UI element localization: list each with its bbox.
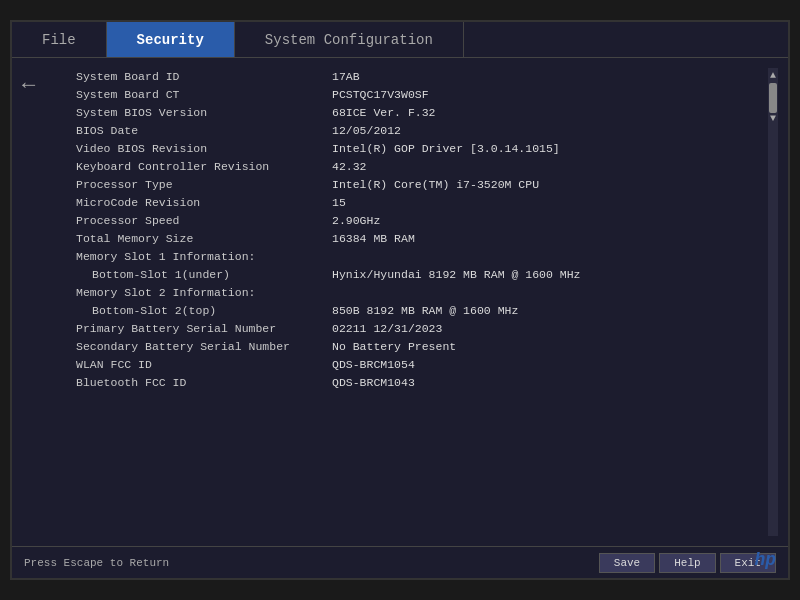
row-value: 02211 12/31/2023 [332,320,768,337]
table-row: Bluetooth FCC IDQDS-BRCM1043 [72,374,768,392]
bottom-bar: Press Escape to Return Save Help Exit [12,546,788,578]
table-row: System BIOS Version68ICE Ver. F.32 [72,104,768,122]
bottom-buttons: Save Help Exit [599,553,776,573]
row-value: QDS-BRCM1054 [332,356,768,373]
row-value: 17AB [332,68,768,85]
table-row: Processor Speed2.90GHz [72,212,768,230]
table-row: Bottom-Slot 2(top)850B 8192 MB RAM @ 160… [72,302,768,320]
row-label: Processor Speed [72,212,332,229]
row-value: 2.90GHz [332,212,768,229]
row-value: PCSTQC17V3W0SF [332,86,768,103]
back-arrow-icon[interactable]: ← [22,73,35,98]
row-label: MicroCode Revision [72,194,332,211]
row-value: 12/05/2012 [332,122,768,139]
row-label: Memory Slot 1 Information: [72,248,332,265]
scrollbar[interactable]: ▲ ▼ [768,68,778,536]
menu-file-label: File [42,32,76,48]
table-row: System Board ID17AB [72,68,768,86]
menu-file[interactable]: File [12,22,107,57]
info-table: System Board ID17ABSystem Board CTPCSTQC… [72,68,768,536]
row-label: Bottom-Slot 2(top) [72,302,332,319]
row-value: QDS-BRCM1043 [332,374,768,391]
row-label: System Board ID [72,68,332,85]
help-button[interactable]: Help [659,553,715,573]
row-value: Intel(R) Core(TM) i7-3520M CPU [332,176,768,193]
scrollbar-arrow-up[interactable]: ▲ [770,70,776,81]
row-label: Secondary Battery Serial Number [72,338,332,355]
row-label: Total Memory Size [72,230,332,247]
back-arrow[interactable]: ← [22,68,72,536]
row-label: Primary Battery Serial Number [72,320,332,337]
row-label: Keyboard Controller Revision [72,158,332,175]
save-button[interactable]: Save [599,553,655,573]
row-value: Intel(R) GOP Driver [3.0.14.1015] [332,140,768,157]
table-row: WLAN FCC IDQDS-BRCM1054 [72,356,768,374]
row-label: Bottom-Slot 1(under) [72,266,332,283]
row-label: System Board CT [72,86,332,103]
hp-logo: hp [754,550,776,570]
table-row: Keyboard Controller Revision42.32 [72,158,768,176]
table-row: System Board CTPCSTQC17V3W0SF [72,86,768,104]
row-label: System BIOS Version [72,104,332,121]
menu-bar: File Security System Configuration [12,22,788,58]
row-value: 16384 MB RAM [332,230,768,247]
row-value: No Battery Present [332,338,768,355]
table-row: BIOS Date12/05/2012 [72,122,768,140]
row-value: 42.32 [332,158,768,175]
row-value: 850B 8192 MB RAM @ 1600 MHz [332,302,768,319]
content-area: ← System Board ID17ABSystem Board CTPCST… [12,58,788,546]
scrollbar-thumb[interactable] [769,83,777,113]
table-row: Memory Slot 1 Information: [72,248,768,266]
table-row: Memory Slot 2 Information: [72,284,768,302]
table-row: Video BIOS RevisionIntel(R) GOP Driver [… [72,140,768,158]
table-row: Total Memory Size16384 MB RAM [72,230,768,248]
table-row: Secondary Battery Serial NumberNo Batter… [72,338,768,356]
row-value: 68ICE Ver. F.32 [332,104,768,121]
row-value: Hynix/Hyundai 8192 MB RAM @ 1600 MHz [332,266,768,283]
table-row: Primary Battery Serial Number02211 12/31… [72,320,768,338]
table-row: Bottom-Slot 1(under)Hynix/Hyundai 8192 M… [72,266,768,284]
row-label: Memory Slot 2 Information: [72,284,332,301]
table-row: Processor TypeIntel(R) Core(TM) i7-3520M… [72,176,768,194]
row-label: WLAN FCC ID [72,356,332,373]
menu-security[interactable]: Security [107,22,235,57]
menu-system-config-label: System Configuration [265,32,433,48]
row-label: Video BIOS Revision [72,140,332,157]
scrollbar-arrow-down[interactable]: ▼ [770,113,776,124]
menu-system-config[interactable]: System Configuration [235,22,464,57]
row-value: 15 [332,194,768,211]
row-label: Processor Type [72,176,332,193]
row-label: BIOS Date [72,122,332,139]
escape-text: Press Escape to Return [24,557,169,569]
bios-screen: File Security System Configuration ← Sys… [10,20,790,580]
table-row: MicroCode Revision15 [72,194,768,212]
menu-security-label: Security [137,32,204,48]
row-label: Bluetooth FCC ID [72,374,332,391]
